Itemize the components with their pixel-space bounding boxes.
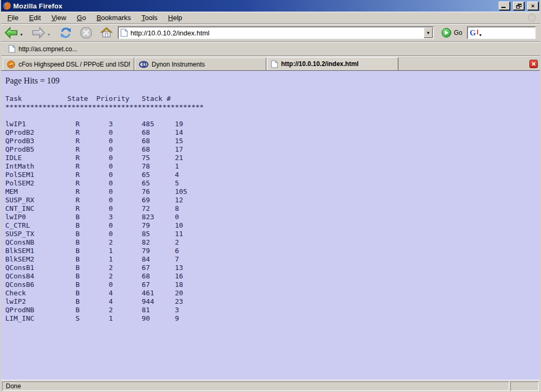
stop-icon	[80, 26, 92, 39]
menu-item-edit[interactable]: Edit	[24, 12, 46, 23]
page-icon	[120, 29, 128, 37]
bookmark-label: http://as.cmpnet.co...	[18, 45, 77, 53]
status-text: Done	[6, 382, 21, 390]
url-input[interactable]: http://10.0.10.2/index.html	[128, 29, 423, 37]
browser-window: Mozilla Firefox × FileEditViewGoBookmark…	[0, 0, 541, 392]
tab-3[interactable]: http://10.0.10.2/index.html	[267, 57, 398, 70]
tab-bar: cFcFos Highspeed DSL / PPPoE und ISDN CA…	[1, 56, 540, 71]
svg-text:D: D	[142, 61, 146, 68]
google-accent-icon	[477, 30, 478, 34]
back-button[interactable]	[4, 26, 18, 39]
page-icon	[8, 45, 15, 53]
tab-1[interactable]: cFcFos Highspeed DSL / PPPoE und ISDN CA…	[3, 58, 134, 70]
page-content: Page Hits = 109 Task State Priority Stac…	[1, 71, 540, 380]
close-icon: ×	[531, 3, 534, 9]
home-icon	[100, 26, 113, 39]
tab-label: cFos Highspeed DSL / PPPoE und ISDN CAP.…	[18, 61, 130, 68]
tab-label: http://10.0.10.2/index.html	[281, 60, 359, 68]
minimize-icon	[501, 7, 506, 8]
status-right-panel	[510, 381, 539, 391]
search-input[interactable]: G ▼	[467, 26, 536, 39]
close-tab-button[interactable]: ✕	[529, 60, 538, 68]
restore-button[interactable]	[513, 2, 524, 10]
forward-dropdown[interactable]: ▼	[47, 33, 51, 36]
menu-item-go[interactable]: Go	[71, 12, 91, 23]
menu-bar: FileEditViewGoBookmarksToolsHelp	[1, 12, 540, 24]
go-button[interactable]	[442, 28, 451, 38]
forward-icon	[32, 26, 45, 39]
dynon-icon: D	[139, 61, 148, 68]
status-bar: Done	[1, 380, 540, 392]
svg-text:cF: cF	[9, 63, 13, 68]
minimize-button[interactable]	[499, 2, 510, 10]
menu-item-help[interactable]: Help	[163, 12, 188, 23]
bookmark-item[interactable]: http://as.cmpnet.co...	[6, 44, 79, 54]
navigation-toolbar: ▼ ▼	[1, 24, 540, 42]
home-button[interactable]	[100, 26, 113, 39]
reload-icon	[59, 26, 72, 39]
url-bar[interactable]: http://10.0.10.2/index.html ▼	[118, 26, 434, 39]
menu-item-file[interactable]: File	[2, 12, 24, 23]
status-text-panel: Done	[2, 381, 509, 391]
task-table: Task State Priority Stack # ************…	[5, 95, 540, 323]
cfos-icon: cF	[7, 60, 15, 69]
url-dropdown-button[interactable]: ▼	[424, 27, 433, 38]
firefox-icon	[3, 2, 11, 10]
forward-button[interactable]	[32, 26, 45, 39]
go-icon	[445, 31, 449, 35]
restore-icon	[516, 4, 521, 8]
bookmarks-toolbar: http://as.cmpnet.co...	[1, 42, 540, 56]
tab-2[interactable]: DDynon Instruments	[135, 58, 266, 70]
page-icon	[271, 60, 278, 68]
search-engine-dropdown[interactable]: ▼	[479, 33, 482, 37]
back-icon	[4, 26, 18, 39]
throbber-icon	[528, 14, 536, 22]
stop-button[interactable]	[80, 26, 92, 39]
close-button[interactable]: ×	[527, 2, 538, 10]
go-label: Go	[454, 29, 462, 36]
menu-item-tools[interactable]: Tools	[136, 12, 163, 23]
window-title: Mozilla Firefox	[13, 2, 496, 10]
page-hits-text: Page Hits = 109	[5, 76, 540, 86]
close-tab-icon: ✕	[531, 61, 536, 67]
tab-label: Dynon Instruments	[152, 61, 205, 68]
title-bar: Mozilla Firefox ×	[1, 0, 540, 12]
google-g-icon: G	[470, 29, 476, 37]
reload-button[interactable]	[59, 26, 72, 39]
menu-item-bookmarks[interactable]: Bookmarks	[91, 12, 136, 23]
menu-item-view[interactable]: View	[46, 12, 71, 23]
back-dropdown[interactable]: ▼	[20, 33, 23, 36]
